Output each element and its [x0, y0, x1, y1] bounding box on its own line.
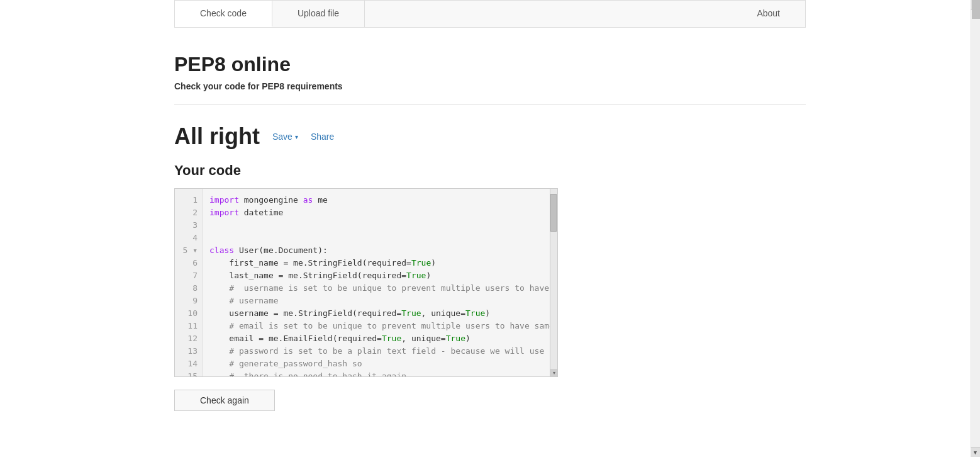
page-wrapper: Check code Upload file About PEP8 online…: [0, 0, 980, 436]
nav-spacer: [365, 1, 732, 27]
scrollbar-thumb[interactable]: [550, 194, 557, 232]
page-scrollbar-thumb[interactable]: [972, 0, 980, 19]
line-num-10: 10: [175, 307, 203, 320]
result-row: All right Save ▾ Share: [174, 123, 806, 150]
code-line-9: # username: [209, 295, 543, 307]
code-line-3: [209, 219, 543, 232]
code-line-2: import datetime: [209, 206, 543, 219]
main-content: PEP8 online Check your code for PEP8 req…: [0, 28, 980, 436]
line-num-6: 6: [175, 257, 203, 269]
line-num-12: 12: [175, 332, 203, 345]
line-num-3: 3: [175, 219, 203, 232]
line-num-13: 13: [175, 345, 203, 358]
code-line-5: class User(me.Document):: [209, 244, 543, 257]
save-label: Save: [272, 132, 292, 142]
line-num-2: 2: [175, 206, 203, 219]
line-num-11: 11: [175, 320, 203, 332]
line-num-14: 14: [175, 358, 203, 370]
check-again-label: Check again: [200, 395, 249, 405]
line-numbers: 1 2 3 4 5 ▾ 6 7 8 9 10 11 12 13 14 15: [175, 189, 203, 376]
code-section-title: Your code: [174, 162, 806, 179]
tab-check-code[interactable]: Check code: [175, 1, 272, 27]
code-line-1: import mongoengine as me: [209, 194, 543, 206]
code-line-14: # generate_password_hash so: [209, 358, 543, 370]
code-line-4: [209, 232, 543, 244]
nav-bar: Check code Upload file About: [174, 0, 806, 28]
line-num-4: 4: [175, 232, 203, 244]
vertical-scrollbar[interactable]: ▾: [550, 189, 557, 376]
line-num-9: 9: [175, 295, 203, 307]
tab-upload-file[interactable]: Upload file: [272, 1, 365, 27]
line-num-7: 7: [175, 269, 203, 282]
divider: [174, 104, 806, 104]
line-num-15: 15: [175, 370, 203, 376]
code-line-11: # email is set to be unique to prevent m…: [209, 320, 543, 332]
dropdown-arrow-icon: ▾: [295, 133, 298, 140]
code-line-6: first_name = me.StringField(required=Tru…: [209, 257, 543, 269]
code-line-8: # username is set to be unique to preven…: [209, 282, 543, 295]
result-status: All right: [174, 123, 260, 150]
code-editor[interactable]: 1 2 3 4 5 ▾ 6 7 8 9 10 11 12 13 14 15 im…: [174, 188, 558, 377]
page-title: PEP8 online: [174, 53, 806, 76]
code-line-10: username = me.StringField(required=True,…: [209, 307, 543, 320]
code-line-7: last_name = me.StringField(required=True…: [209, 269, 543, 282]
code-line-15: # there is no need to hash it again: [209, 370, 543, 376]
page-subtitle: Check your code for PEP8 requirements: [174, 81, 806, 91]
code-line-13: # password is set to be a plain text fie…: [209, 345, 543, 358]
code-line-12: email = me.EmailField(required=True, uni…: [209, 332, 543, 345]
line-num-8: 8: [175, 282, 203, 295]
line-num-1: 1: [175, 194, 203, 206]
scrollbar-down-arrow-icon[interactable]: ▾: [550, 369, 558, 376]
tab-about[interactable]: About: [732, 1, 805, 27]
share-label: Share: [311, 132, 334, 142]
page-scrollbar[interactable]: ▲ ▼: [971, 0, 980, 436]
share-button[interactable]: Share: [311, 132, 334, 142]
save-button[interactable]: Save ▾: [272, 132, 298, 142]
code-content[interactable]: import mongoengine as me import datetime…: [203, 189, 550, 376]
line-num-5: 5 ▾: [175, 244, 203, 257]
check-again-button[interactable]: Check again: [174, 390, 275, 411]
